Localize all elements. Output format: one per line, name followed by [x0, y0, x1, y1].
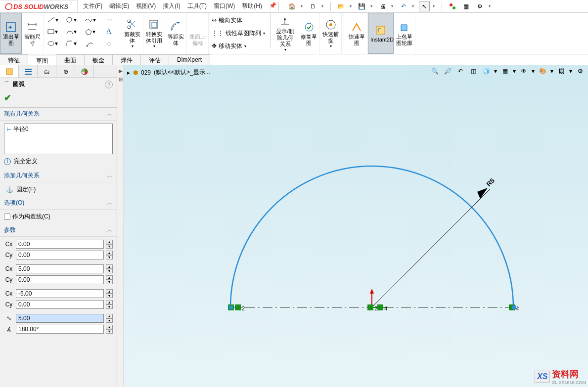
relation-marker[interactable] — [377, 304, 383, 310]
spin-up[interactable]: ▲ — [106, 275, 113, 280]
tab-features[interactable]: 特征 — [0, 54, 28, 65]
construction-checkbox-input[interactable] — [4, 214, 10, 220]
smart-dimension-button[interactable]: 智能尺寸 — [22, 13, 44, 54]
spin-up[interactable]: ▲ — [106, 251, 113, 255]
spin-down[interactable]: ▼ — [106, 244, 113, 249]
config-manager-tab[interactable]: 🗂 — [38, 65, 56, 78]
spin-down[interactable]: ▼ — [106, 294, 113, 298]
undo-icon[interactable]: ↶ — [398, 1, 409, 11]
relation-marker[interactable] — [235, 304, 241, 310]
spin-down[interactable]: ▼ — [106, 269, 113, 273]
spin-down[interactable]: ▼ — [106, 329, 113, 334]
tab-sketch[interactable]: 草图 — [28, 55, 56, 65]
radius-dimension-text[interactable]: R5 — [485, 177, 496, 188]
new-icon[interactable]: 🗋 — [308, 1, 318, 11]
menu-view[interactable]: 视图(V) — [136, 2, 156, 10]
parameters-header[interactable]: 参数︿ — [0, 224, 117, 237]
select-icon[interactable]: ↖ — [419, 1, 430, 11]
sketch-canvas[interactable]: R5 2 2 4 4 — [124, 65, 588, 387]
point-tool[interactable] — [84, 39, 96, 48]
rebuild-icon[interactable] — [447, 1, 458, 11]
fix-relation-button[interactable]: ⚓ 固定(F) — [4, 184, 113, 195]
menu-tools[interactable]: 工具(T) — [187, 2, 207, 10]
move-entities[interactable]: ✥移动实体▾ — [212, 41, 265, 51]
rapid-sketch-button[interactable]: 快速草图 — [346, 13, 368, 54]
options-list-icon[interactable]: ▦ — [461, 1, 472, 11]
center-x-input[interactable] — [16, 240, 104, 249]
linear-pattern[interactable]: ⋮⋮线性草图阵列▾ — [212, 28, 265, 39]
menu-window[interactable]: 窗口(W) — [214, 2, 235, 10]
construction-checkbox[interactable]: 作为构造线(C) — [4, 212, 113, 222]
spline-tool[interactable]: ▾ — [84, 15, 96, 25]
arc-endpoint[interactable] — [512, 305, 516, 309]
feature-manager-tab[interactable] — [0, 65, 19, 78]
flyout-toggle[interactable]: ▶ — [119, 68, 123, 74]
end-x-input[interactable] — [16, 289, 104, 298]
tab-evaluate[interactable]: 评估 — [141, 54, 169, 65]
ellipse-tool[interactable]: ▾ — [46, 39, 58, 48]
rectangle-tool[interactable]: ▾ — [46, 27, 58, 37]
sketch-arc[interactable] — [230, 166, 513, 307]
start-y-input[interactable] — [16, 275, 104, 284]
spin-up[interactable]: ▲ — [106, 240, 113, 244]
radius-input[interactable] — [16, 314, 104, 323]
line-tool[interactable]: ▾ — [46, 15, 58, 25]
tab-dimxpert[interactable]: DimXpert — [169, 54, 210, 65]
open-icon[interactable]: 📂 — [336, 1, 347, 11]
spin-up[interactable]: ▲ — [106, 300, 113, 304]
menu-insert[interactable]: 插入(I) — [163, 2, 180, 10]
polygon-tool[interactable]: ▾ — [84, 27, 96, 37]
angle-input[interactable] — [16, 325, 104, 334]
slot-tool[interactable]: ▭ — [103, 15, 115, 25]
existing-relations-header[interactable]: 现有几何关系︿ — [0, 108, 117, 121]
save-icon[interactable]: 💾 — [357, 1, 367, 11]
offset-button[interactable]: 等距实体 — [165, 13, 187, 54]
tab-surface[interactable]: 曲面 — [56, 54, 85, 65]
repair-sketch-button[interactable]: 修复草图 — [298, 13, 320, 54]
fillet-tool[interactable]: ▾ — [65, 39, 77, 48]
dimxpert-tab[interactable]: ⊕ — [56, 65, 75, 78]
existing-relations-list[interactable]: ⊢半径0 — [4, 124, 113, 154]
spin-up[interactable]: ▲ — [106, 289, 113, 294]
center-marker[interactable] — [367, 304, 373, 310]
start-x-input[interactable] — [16, 264, 104, 273]
property-manager-tab[interactable] — [19, 65, 38, 78]
add-relations-header[interactable]: 添加几何关系︿ — [0, 170, 117, 182]
convert-entities-button[interactable]: 转换实体引用▾ — [143, 13, 165, 54]
print-icon[interactable]: 🖨 — [377, 1, 388, 11]
arc-tool[interactable]: ▾ — [65, 27, 77, 37]
help-icon[interactable]: ? — [105, 81, 113, 88]
arc-endpoint[interactable] — [229, 305, 233, 309]
display-relations-button[interactable]: 显示/删除几何关系▾ — [272, 13, 298, 54]
plane-tool[interactable]: ◇ — [103, 39, 115, 48]
pin-icon[interactable]: 📌 — [269, 2, 276, 10]
exit-sketch-button[interactable]: 退出草图 — [0, 13, 22, 54]
instant2d-button[interactable]: Instant2D — [368, 13, 394, 54]
mirror-entities[interactable]: ⇔镜向实体 — [212, 15, 265, 26]
menu-edit[interactable]: 编辑(E) — [109, 2, 129, 10]
display-manager-tab[interactable] — [75, 65, 94, 78]
text-tool[interactable]: A — [103, 27, 115, 37]
end-y-input[interactable] — [16, 300, 104, 309]
menu-file[interactable]: 文件(F) — [83, 2, 102, 10]
options-header[interactable]: 选项(O)︿ — [0, 197, 117, 210]
spin-down[interactable]: ▼ — [106, 318, 113, 323]
spin-down[interactable]: ▼ — [106, 304, 113, 309]
trim-button[interactable]: 剪裁实体▾ — [122, 13, 143, 54]
spin-up[interactable]: ▲ — [106, 325, 113, 329]
center-y-input[interactable] — [16, 251, 104, 259]
ok-button[interactable]: ✔ — [4, 93, 11, 103]
spin-down[interactable]: ▼ — [106, 280, 113, 284]
graphics-area[interactable]: ▸ ⬢ 029 (默认<<默认>_显示... 🔍 🔎 ↶ ◫ 🧊▾ ▦▾ 👁▾ … — [124, 65, 588, 387]
home-icon[interactable]: 🏠 — [287, 1, 298, 11]
spin-down[interactable]: ▼ — [106, 255, 113, 259]
spin-up[interactable]: ▲ — [106, 314, 113, 318]
settings-icon[interactable]: ⚙ — [475, 1, 486, 11]
shaded-contour-button[interactable]: 上色草图轮廓 — [394, 13, 415, 54]
tab-sheetmetal[interactable]: 钣金 — [85, 54, 113, 65]
flyout-expand[interactable]: ⊞ — [119, 77, 123, 82]
quick-snap-button[interactable]: 快速捕捉▾ — [320, 13, 342, 54]
tab-weldments[interactable]: 焊件 — [113, 54, 141, 65]
spin-up[interactable]: ▲ — [106, 264, 113, 269]
menu-help[interactable]: 帮助(H) — [242, 2, 262, 10]
